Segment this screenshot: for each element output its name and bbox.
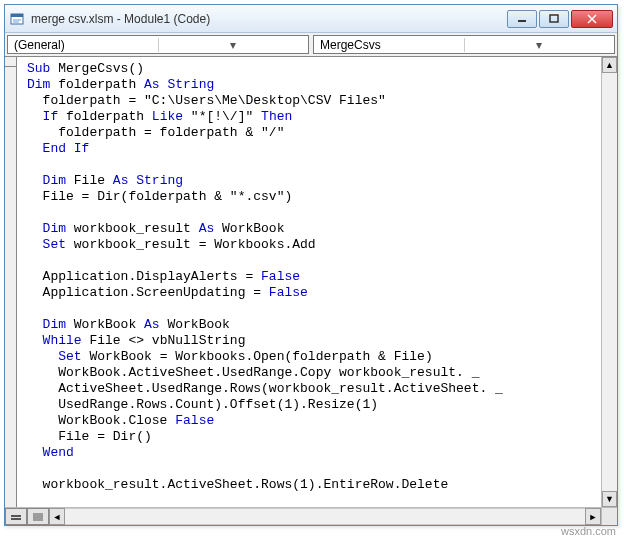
- scroll-track[interactable]: [602, 73, 617, 491]
- window-controls: [507, 10, 613, 28]
- bottom-bar: ◄ ►: [5, 507, 617, 525]
- hscroll-track[interactable]: [65, 508, 585, 525]
- horizontal-scrollbar[interactable]: ◄ ►: [49, 508, 601, 525]
- scroll-left-button[interactable]: ◄: [49, 508, 65, 525]
- procedure-dropdown-value: MergeCsvs: [314, 38, 464, 52]
- scroll-up-button[interactable]: ▲: [602, 57, 617, 73]
- margin-bar: [5, 57, 17, 507]
- proc-separator-box[interactable]: [5, 57, 16, 67]
- module-icon: [9, 11, 25, 27]
- svg-rect-9: [11, 518, 21, 520]
- vertical-scrollbar[interactable]: ▲ ▼: [601, 57, 617, 507]
- svg-rect-8: [11, 515, 21, 517]
- code-text[interactable]: Sub MergeCsvs() Dim folderpath As String…: [27, 61, 599, 507]
- view-buttons: [5, 508, 49, 525]
- chevron-down-icon: ▾: [464, 38, 615, 52]
- watermark: wsxdn.com: [561, 525, 616, 537]
- close-button[interactable]: [571, 10, 613, 28]
- code-pane[interactable]: Sub MergeCsvs() Dim folderpath As String…: [17, 57, 601, 507]
- scroll-down-button[interactable]: ▼: [602, 491, 617, 507]
- vbe-window: merge csv.xlsm - Module1 (Code) (General…: [4, 4, 618, 526]
- title-bar[interactable]: merge csv.xlsm - Module1 (Code): [5, 5, 617, 33]
- window-title: merge csv.xlsm - Module1 (Code): [31, 12, 507, 26]
- object-dropdown[interactable]: (General) ▾: [7, 35, 309, 54]
- object-proc-selector: (General) ▾ MergeCsvs ▾: [5, 33, 617, 57]
- code-area: Sub MergeCsvs() Dim folderpath As String…: [5, 57, 617, 507]
- scroll-corner: [601, 508, 617, 525]
- procedure-dropdown[interactable]: MergeCsvs ▾: [313, 35, 615, 54]
- maximize-button[interactable]: [539, 10, 569, 28]
- svg-rect-5: [550, 15, 558, 22]
- minimize-button[interactable]: [507, 10, 537, 28]
- object-dropdown-value: (General): [8, 38, 158, 52]
- procedure-view-button[interactable]: [5, 508, 27, 525]
- chevron-down-icon: ▾: [158, 38, 309, 52]
- full-module-view-button[interactable]: [27, 508, 49, 525]
- svg-rect-1: [11, 14, 23, 17]
- scroll-right-button[interactable]: ►: [585, 508, 601, 525]
